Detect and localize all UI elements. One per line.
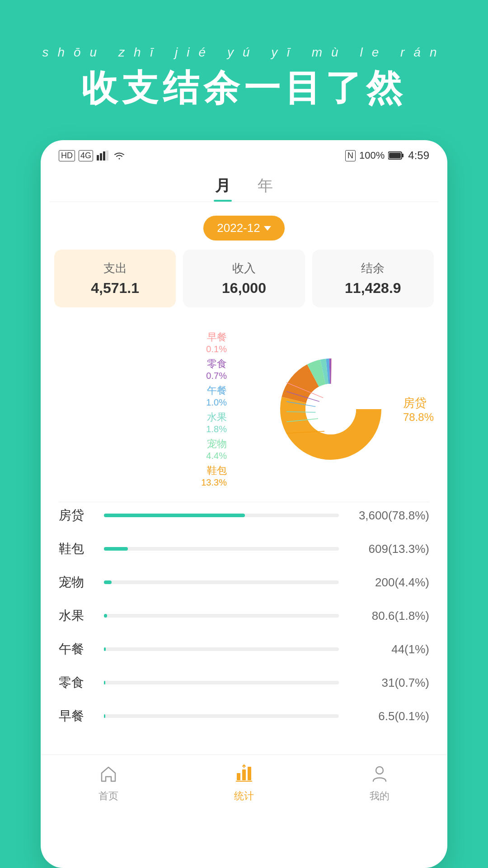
legend-pct-fangdai: 78.8% bbox=[403, 411, 434, 424]
chart-legend-right: 房贷 78.8% bbox=[403, 395, 434, 424]
bar-fill-0 bbox=[104, 514, 245, 517]
bar-label-5: 零食 bbox=[59, 674, 95, 691]
income-value: 16,000 bbox=[192, 280, 296, 297]
battery-icon bbox=[388, 151, 404, 160]
chart-section: 早餐 0.1% 零食 0.7% 午餐 1.0% 水果 1.8% 宠物 4.4% … bbox=[41, 321, 447, 502]
bar-value-0: 3,600(78.8%) bbox=[348, 509, 429, 523]
status-bar: HD 4G N 100% 4:59 bbox=[41, 140, 447, 166]
header-section: shōu zhī jié yú yī mù le rán 收支结余一目了然 bbox=[0, 0, 488, 140]
signal-4g: 4G bbox=[79, 150, 93, 161]
hd-badge: HD bbox=[59, 150, 75, 161]
bar-value-1: 609(13.3%) bbox=[348, 542, 429, 556]
legend-pct-chongwu: 4.4% bbox=[206, 451, 227, 461]
bar-value-2: 200(4.4%) bbox=[348, 576, 429, 590]
svg-rect-8 bbox=[242, 769, 246, 780]
bar-track-3 bbox=[104, 614, 339, 618]
bar-track-1 bbox=[104, 547, 339, 551]
income-label: 收入 bbox=[192, 260, 296, 276]
bar-fill-5 bbox=[104, 681, 105, 684]
tab-year[interactable]: 年 bbox=[258, 175, 273, 202]
bar-track-2 bbox=[104, 580, 339, 584]
bar-fill-4 bbox=[104, 647, 106, 651]
svg-point-10 bbox=[376, 767, 383, 774]
donut-hole bbox=[305, 384, 356, 434]
bar-value-5: 31(0.7%) bbox=[348, 676, 429, 690]
legend-name-chongwu: 宠物 bbox=[207, 437, 227, 451]
home-icon bbox=[99, 764, 118, 787]
bar-label-0: 房贷 bbox=[59, 507, 95, 524]
bar-item-0: 房贷 3,600(78.8%) bbox=[59, 507, 429, 524]
bar-label-6: 早餐 bbox=[59, 708, 95, 725]
bar-item-4: 午餐 44(1%) bbox=[59, 641, 429, 658]
bar-label-1: 鞋包 bbox=[59, 540, 95, 557]
bar-item-2: 宠物 200(4.4%) bbox=[59, 574, 429, 591]
nav-profile[interactable]: 我的 bbox=[370, 764, 389, 803]
stats-icon bbox=[234, 764, 254, 787]
legend-pct-shuiguo: 1.8% bbox=[206, 424, 227, 434]
donut-svg bbox=[267, 346, 394, 472]
bar-value-3: 80.6(1.8%) bbox=[348, 609, 429, 623]
nav-profile-label: 我的 bbox=[370, 789, 389, 803]
legend-pct-wucan: 1.0% bbox=[206, 397, 227, 408]
main-title: 收支结余一目了然 bbox=[27, 64, 461, 113]
legend-pct-xiebao: 13.3% bbox=[201, 477, 227, 488]
signal-bars-icon bbox=[97, 151, 109, 160]
bar-track-6 bbox=[104, 714, 339, 718]
wifi-icon bbox=[113, 151, 126, 160]
bottom-nav: 首页 统计 我的 bbox=[41, 755, 447, 816]
bar-fill-3 bbox=[104, 614, 107, 618]
svg-rect-9 bbox=[248, 767, 251, 780]
bar-fill-1 bbox=[104, 547, 128, 551]
balance-card: 结余 11,428.9 bbox=[312, 250, 434, 307]
legend-xiebao: 鞋包 13.3% bbox=[54, 464, 227, 488]
legend-zaochan: 早餐 0.1% bbox=[54, 330, 227, 354]
month-badge[interactable]: 2022-12 bbox=[203, 216, 284, 241]
bar-item-6: 早餐 6.5(0.1%) bbox=[59, 708, 429, 725]
user-icon bbox=[370, 764, 389, 787]
tab-month[interactable]: 月 bbox=[215, 175, 230, 202]
legend-lingshi: 零食 0.7% bbox=[54, 357, 227, 381]
bar-value-6: 6.5(0.1%) bbox=[348, 709, 429, 723]
nav-stats[interactable]: 统计 bbox=[234, 764, 254, 803]
month-selector[interactable]: 2022-12 bbox=[41, 216, 447, 241]
svg-rect-0 bbox=[97, 155, 99, 160]
legend-name-shuiguo: 水果 bbox=[207, 410, 227, 424]
bar-list: 房贷 3,600(78.8%) 鞋包 609(13.3%) 宠物 200(4.4… bbox=[41, 502, 447, 745]
bar-item-5: 零食 31(0.7%) bbox=[59, 674, 429, 691]
svg-rect-6 bbox=[389, 153, 401, 158]
svg-rect-3 bbox=[106, 151, 108, 160]
tab-bar: 月 年 bbox=[41, 166, 447, 202]
legend-wucan: 午餐 1.0% bbox=[54, 384, 227, 408]
legend-name-wucan: 午餐 bbox=[207, 384, 227, 397]
svg-rect-7 bbox=[237, 773, 240, 780]
legend-name-xiebao: 鞋包 bbox=[207, 464, 227, 477]
bar-track-5 bbox=[104, 681, 339, 684]
legend-name-fangdai: 房贷 bbox=[403, 395, 427, 411]
legend-shuiguo: 水果 1.8% bbox=[54, 410, 227, 434]
donut-chart bbox=[267, 346, 394, 472]
pinyin-text: shōu zhī jié yú yī mù le rán bbox=[27, 45, 461, 60]
legend-name-lingshi: 零食 bbox=[207, 357, 227, 371]
nav-home-label: 首页 bbox=[99, 789, 118, 803]
balance-value: 11,428.9 bbox=[321, 280, 425, 297]
expense-card: 支出 4,571.1 bbox=[54, 250, 176, 307]
bar-track-0 bbox=[104, 514, 339, 517]
legend-name-zaochan: 早餐 bbox=[207, 330, 227, 344]
legend-chongwu: 宠物 4.4% bbox=[54, 437, 227, 461]
bar-value-4: 44(1%) bbox=[348, 642, 429, 656]
bar-label-3: 水果 bbox=[59, 607, 95, 624]
svg-rect-5 bbox=[402, 154, 404, 157]
legend-pct-zaochan: 0.1% bbox=[206, 344, 227, 354]
bar-label-2: 宠物 bbox=[59, 574, 95, 591]
nav-home[interactable]: 首页 bbox=[99, 764, 118, 803]
nfc-icon: N bbox=[345, 150, 356, 161]
status-left: HD 4G bbox=[59, 150, 126, 161]
phone-mockup: HD 4G N 100% 4:59 bbox=[41, 140, 447, 868]
month-value: 2022-12 bbox=[217, 221, 260, 235]
dropdown-arrow-icon bbox=[264, 226, 271, 231]
income-card: 收入 16,000 bbox=[183, 250, 305, 307]
expense-value: 4,571.1 bbox=[63, 280, 167, 297]
battery-pct: 100% bbox=[359, 150, 385, 161]
nav-stats-label: 统计 bbox=[234, 789, 254, 803]
chart-legend-left: 早餐 0.1% 零食 0.7% 午餐 1.0% 水果 1.8% 宠物 4.4% … bbox=[54, 330, 231, 488]
